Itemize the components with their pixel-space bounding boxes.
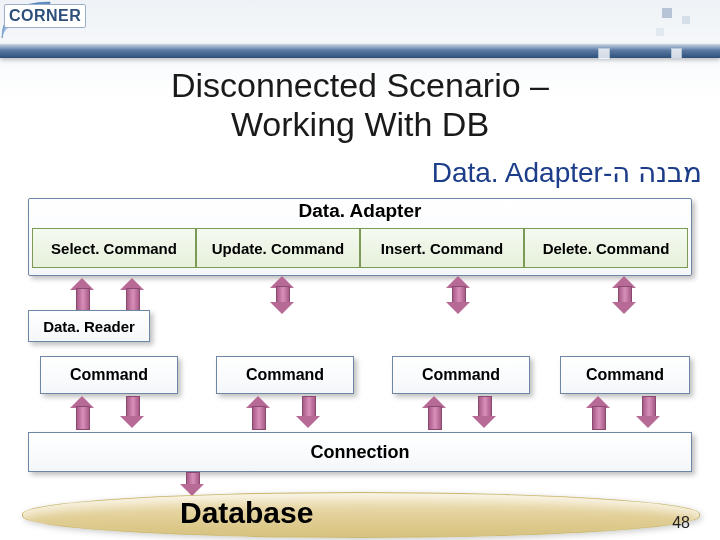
slide-number: 48 <box>672 514 690 532</box>
arrow-up-icon <box>422 396 446 428</box>
subtitle-latin: Data. Adapter <box>432 157 603 188</box>
update-command-cell: Update. Command <box>196 228 360 268</box>
slide-title: Disconnected Scenario – Working With DB <box>0 66 720 144</box>
arrow-up-icon <box>586 396 610 428</box>
slide: CORNER Disconnected Scenario – Working W… <box>0 0 720 540</box>
delete-command-cell: Delete. Command <box>524 228 688 268</box>
connection-box: Connection <box>28 432 692 472</box>
database-label: Database <box>180 496 313 530</box>
arrow-down-icon <box>120 396 144 428</box>
slide-title-line2: Working With DB <box>231 105 489 143</box>
command-box-2: Command <box>216 356 354 394</box>
slide-subtitle: מבנה ה-Data. Adapter <box>432 156 702 189</box>
arrow-both-icon <box>446 276 470 314</box>
arrow-up-icon <box>120 278 144 310</box>
logo-text: CORNER <box>4 4 86 28</box>
arrow-down-icon <box>472 396 496 428</box>
arrow-down-icon <box>296 396 320 428</box>
decor-square-icon <box>598 48 610 60</box>
decor-square-icon <box>662 8 672 18</box>
arrow-up-icon <box>70 278 94 310</box>
command-box-1: Command <box>40 356 178 394</box>
data-adapter-title: Data. Adapter <box>29 200 691 222</box>
arrow-down-icon <box>180 472 204 496</box>
arrow-down-icon <box>636 396 660 428</box>
subtitle-hebrew: מבנה ה- <box>603 157 702 188</box>
decor-square-icon <box>682 16 690 24</box>
header-stripe <box>0 44 720 58</box>
adapter-command-row: Select. Command Update. Command Insert. … <box>32 228 688 268</box>
arrow-up-icon <box>70 396 94 428</box>
data-adapter-box: Data. Adapter Select. Command Update. Co… <box>28 198 692 276</box>
slide-title-line1: Disconnected Scenario – <box>171 66 549 104</box>
data-reader-box: Data. Reader <box>28 310 150 342</box>
insert-command-cell: Insert. Command <box>360 228 524 268</box>
arrow-both-icon <box>612 276 636 314</box>
command-box-3: Command <box>392 356 530 394</box>
decor-square-icon <box>671 48 682 59</box>
command-box-4: Command <box>560 356 690 394</box>
arrow-both-icon <box>270 276 294 314</box>
select-command-cell: Select. Command <box>32 228 196 268</box>
decor-square-icon <box>656 28 664 36</box>
arrow-up-icon <box>246 396 270 428</box>
database-cylinder-icon <box>22 492 700 538</box>
